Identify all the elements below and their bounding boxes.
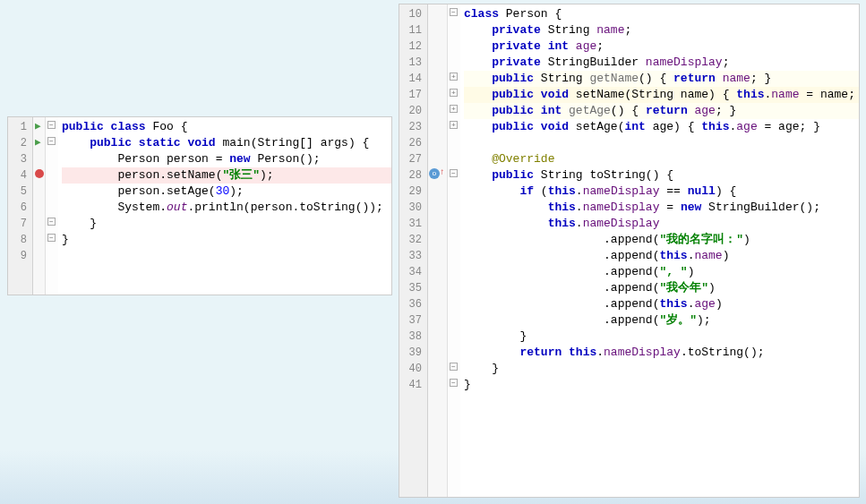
line-number[interactable]: 40 — [399, 361, 422, 377]
fold-end-icon[interactable]: − — [450, 379, 458, 387]
code-line[interactable]: person.setAge(30); — [62, 184, 391, 200]
line-number[interactable]: 9 — [8, 248, 27, 264]
line-number[interactable]: 1 — [8, 119, 27, 135]
line-number[interactable]: 27 — [399, 151, 422, 167]
code-line[interactable]: public void setAge(int age) { this.age =… — [464, 119, 859, 135]
line-number[interactable]: 8 — [8, 232, 27, 248]
code-area[interactable]: public class Foo { public static void ma… — [58, 117, 391, 295]
line-number[interactable]: 30 — [399, 200, 422, 216]
code-line[interactable]: public class Foo { — [62, 119, 391, 135]
code-line[interactable]: @Override — [464, 151, 859, 167]
code-line[interactable]: public String getName() { return name; } — [464, 71, 859, 87]
line-number[interactable]: 37 — [399, 312, 422, 329]
line-number[interactable]: 26 — [399, 135, 422, 151]
line-number[interactable]: 13 — [399, 55, 422, 71]
code-line[interactable]: person.setName("张三"); — [62, 167, 391, 184]
code-line[interactable]: } — [464, 329, 859, 345]
code-line[interactable] — [62, 248, 391, 264]
fold-toggle-icon[interactable]: − — [47, 137, 56, 145]
code-line[interactable]: private String name; — [464, 22, 859, 38]
code-line[interactable]: .append("我今年") — [464, 280, 859, 296]
code-line[interactable]: } — [62, 232, 391, 248]
fold-toggle-icon[interactable]: − — [450, 8, 458, 16]
marker-gutter[interactable]: ▶ ▶ — [33, 117, 46, 295]
breakpoint-icon[interactable] — [35, 169, 44, 178]
line-number[interactable]: 10 — [399, 6, 422, 22]
code-line[interactable]: } — [464, 377, 859, 393]
line-number[interactable]: 33 — [399, 248, 422, 264]
code-line[interactable]: return this.nameDisplay.toString(); — [464, 345, 859, 361]
fold-end-icon[interactable]: − — [47, 218, 56, 226]
line-number[interactable]: 31 — [399, 216, 422, 232]
line-number[interactable]: 6 — [8, 200, 27, 216]
override-icon[interactable]: o — [429, 168, 440, 179]
fold-expand-icon[interactable]: + — [450, 121, 458, 129]
line-number[interactable]: 11 — [399, 22, 422, 38]
code-line[interactable] — [464, 135, 859, 151]
code-line[interactable]: .append(", ") — [464, 264, 859, 280]
line-number[interactable]: 34 — [399, 264, 422, 280]
line-number[interactable]: 38 — [399, 329, 422, 345]
line-number[interactable]: 17 — [399, 87, 422, 103]
code-line[interactable]: .append(this.name) — [464, 248, 859, 264]
code-line[interactable]: .append("我的名字叫：") — [464, 232, 859, 248]
code-line[interactable]: this.nameDisplay = new StringBuilder(); — [464, 200, 859, 216]
line-number[interactable]: 39 — [399, 345, 422, 361]
line-number[interactable]: 35 — [399, 280, 422, 296]
line-number[interactable]: 5 — [8, 184, 27, 200]
line-number[interactable]: 2 — [8, 135, 27, 151]
code-line[interactable]: } — [62, 216, 391, 232]
code-line[interactable]: System.out.println(person.toString()); — [62, 200, 391, 216]
code-area[interactable]: class Person { private String name; priv… — [460, 4, 859, 497]
fold-toggle-icon[interactable]: − — [450, 169, 458, 177]
fold-expand-icon[interactable]: + — [450, 105, 458, 113]
line-number[interactable]: 32 — [399, 232, 422, 248]
line-number[interactable]: 29 — [399, 184, 422, 200]
marker-gutter[interactable]: o ↑ — [428, 4, 448, 497]
code-line[interactable]: } — [464, 361, 859, 377]
fold-end-icon[interactable]: − — [47, 234, 56, 242]
code-line[interactable]: if (this.nameDisplay == null) { — [464, 184, 859, 200]
code-line[interactable]: this.nameDisplay — [464, 216, 859, 232]
code-line[interactable]: public int getAge() { return age; } — [464, 103, 859, 119]
code-line[interactable]: public String toString() { — [464, 167, 859, 184]
line-number[interactable]: 4 — [8, 167, 27, 184]
code-line[interactable]: public void setName(String name) { this.… — [464, 87, 859, 103]
fold-gutter[interactable]: − + + + + − − − — [448, 4, 460, 497]
run-icon[interactable]: ▶ — [35, 136, 41, 148]
line-number-gutter[interactable]: 10 11 12 13 14 17 20 23 26 27 28 29 30 3… — [399, 4, 428, 497]
line-number[interactable]: 36 — [399, 296, 422, 312]
fold-expand-icon[interactable]: + — [450, 89, 458, 97]
code-line[interactable]: .append("岁。"); — [464, 312, 859, 329]
override-arrow-icon: ↑ — [440, 167, 445, 177]
editor-panel-foo: 1 2 3 4 5 6 7 8 9 ▶ ▶ − − − − public cla… — [7, 116, 392, 295]
fold-expand-icon[interactable]: + — [450, 73, 458, 81]
run-icon[interactable]: ▶ — [35, 120, 41, 132]
line-number-gutter[interactable]: 1 2 3 4 5 6 7 8 9 — [8, 117, 33, 295]
fold-gutter[interactable]: − − − − — [46, 117, 58, 295]
code-line[interactable]: private int age; — [464, 38, 859, 55]
line-number[interactable]: 41 — [399, 377, 422, 393]
line-number[interactable]: 12 — [399, 38, 422, 55]
fold-end-icon[interactable]: − — [450, 363, 458, 371]
code-line[interactable]: .append(this.age) — [464, 296, 859, 312]
code-line[interactable]: class Person { — [464, 6, 859, 22]
code-line[interactable]: private StringBuilder nameDisplay; — [464, 55, 859, 71]
code-line[interactable]: Person person = new Person(); — [62, 151, 391, 167]
line-number[interactable]: 7 — [8, 216, 27, 232]
editor-panel-person: 10 11 12 13 14 17 20 23 26 27 28 29 30 3… — [399, 4, 860, 498]
line-number[interactable]: 20 — [399, 103, 422, 119]
line-number[interactable]: 14 — [399, 71, 422, 87]
fold-toggle-icon[interactable]: − — [47, 121, 56, 129]
line-number[interactable]: 23 — [399, 119, 422, 135]
line-number[interactable]: 28 — [399, 167, 422, 184]
line-number[interactable]: 3 — [8, 151, 27, 167]
code-line[interactable]: public static void main(String[] args) { — [62, 135, 391, 151]
